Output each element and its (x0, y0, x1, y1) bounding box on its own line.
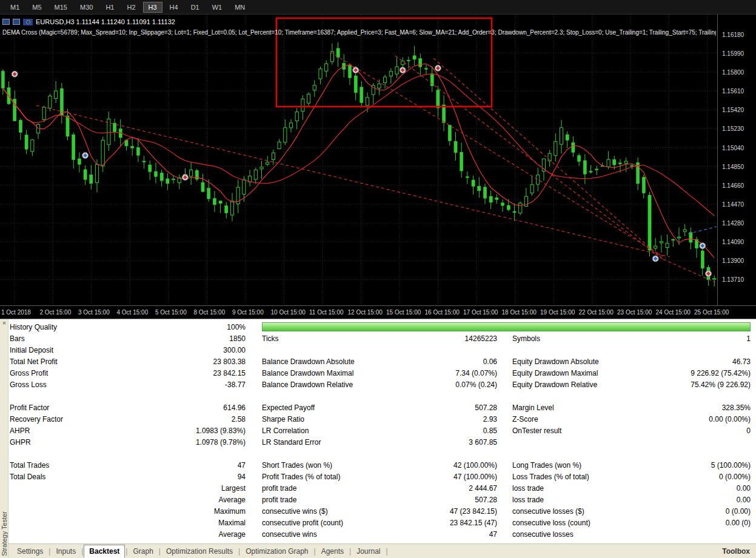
candle-body (266, 162, 269, 164)
tab-settings[interactable]: Settings (12, 545, 48, 557)
tab-journal[interactable]: Journal (352, 545, 385, 557)
candle-body (166, 179, 169, 184)
time-axis-label: 18 Oct 15:00 (502, 309, 537, 316)
trendline[interactable] (330, 52, 666, 258)
chart-area[interactable]: EURUSD,H3 1.11144 1.11240 1.11091 1.1113… (0, 15, 717, 305)
candle-body (578, 156, 581, 162)
candle-body (466, 177, 469, 178)
candle-body (84, 170, 87, 179)
price-axis-label: 1.14470 (722, 201, 744, 208)
timeframe-button-h2[interactable]: H2 (121, 2, 141, 13)
timeframe-button-m15[interactable]: M15 (49, 2, 73, 13)
candle-body (260, 167, 263, 169)
time-scale[interactable]: 1 Oct 20182 Oct 15:003 Oct 15:004 Oct 15… (0, 305, 756, 319)
metric-label: Equity Drawdown Absolute (512, 357, 634, 366)
timeframe-button-w1[interactable]: W1 (207, 2, 228, 13)
metric-value: 23 842.15 (124, 369, 246, 377)
metric-label: Total Deals (8, 473, 124, 481)
metric-value: 0.85 (380, 427, 497, 435)
tab-graph[interactable]: Graph (128, 545, 158, 557)
candle-body (131, 147, 134, 148)
metric-label: Bars (8, 334, 124, 343)
tab-agents[interactable]: Agents (316, 545, 349, 557)
price-scale[interactable]: 1.161801.159901.158001.156101.154201.152… (717, 15, 756, 305)
metric-value: 94 (124, 473, 246, 481)
metric-label: Symbols (512, 334, 634, 343)
timeframe-button-h3[interactable]: H3 (143, 2, 162, 13)
metric-value: 614.96 (124, 404, 246, 412)
window-icon[interactable] (2, 19, 10, 25)
metric-label: Balance Drawdown Maximal (262, 369, 380, 377)
price-axis-label: 1.14280 (722, 220, 744, 227)
candle-body (677, 237, 680, 238)
results-row: Gross Profit23 842.15Balance Drawdown Ma… (8, 367, 756, 379)
toolbox-tabs: Settings|Inputs|Backtest|Graph|Optimizat… (12, 544, 389, 558)
results-row: Averageconsecutive wins47consecutive los… (8, 528, 756, 540)
results-row: History Quality100% (8, 321, 756, 333)
candle-body (437, 90, 440, 108)
candle-body (566, 135, 569, 140)
results-row: AHPR1.0983 (9.83%)LR Correlation0.85OnTe… (8, 425, 756, 436)
candle-body (689, 233, 692, 242)
timeframe-button-m5[interactable]: M5 (27, 2, 47, 13)
price-axis-label: 1.13710 (722, 276, 744, 283)
results-row: GHPR1.0978 (9.78%)LR Standard Error3 607… (8, 436, 756, 448)
candle-body (554, 142, 557, 156)
candle-body (149, 165, 152, 171)
candlestick-chart[interactable] (0, 15, 717, 305)
candle-body (519, 203, 522, 213)
toolbox-side-strip: × Strategy Tester (0, 319, 8, 558)
candle-body (583, 161, 586, 174)
results-row: Maximalconsecutive profit (count)23 842.… (8, 517, 756, 528)
candle-body (530, 185, 534, 193)
timeframe-button-h4[interactable]: H4 (164, 2, 184, 13)
metric-value: Average (124, 496, 246, 504)
tab-optimization-graph[interactable]: Optimization Graph (241, 545, 313, 557)
candle-body (230, 201, 233, 215)
window-icon-2[interactable] (13, 19, 20, 25)
metric-label: Gross Loss (8, 380, 124, 389)
candle-body (613, 159, 616, 165)
metric-label: Profit Trades (% of total) (262, 473, 380, 481)
price-axis-label: 1.14660 (722, 182, 744, 189)
tab-separator: | (349, 547, 351, 556)
tab-separator: | (386, 547, 387, 556)
metric-value: 0 (0.00%) (634, 473, 751, 481)
timeframe-button-m1[interactable]: M1 (5, 2, 25, 13)
candle-body (142, 161, 146, 162)
tab-optimization-results[interactable]: Optimization Results (161, 545, 238, 557)
candle-body (713, 279, 716, 280)
candle-body (454, 141, 457, 153)
timeframe-button-mn[interactable]: MN (229, 2, 250, 13)
timeframe-button-m30[interactable]: M30 (75, 2, 98, 13)
metric-label: Ticks (262, 334, 380, 343)
candle-body (42, 107, 45, 120)
metric-label: Equity Drawdown Relative (512, 380, 634, 389)
candle-body (49, 96, 52, 108)
candle-body (325, 64, 328, 71)
metric-value: Average (124, 530, 246, 539)
trendline[interactable] (36, 105, 670, 257)
close-toolbox-button[interactable]: × (1, 320, 8, 327)
candle-body (478, 186, 481, 191)
time-axis-label: 17 Oct 15:00 (463, 309, 498, 316)
tab-inputs[interactable]: Inputs (51, 545, 81, 557)
toolbox-caption: Toolbox (722, 547, 756, 556)
timeframe-button-d1[interactable]: D1 (186, 2, 205, 13)
metric-value: 47 (124, 461, 246, 470)
metric-value: 0 (634, 427, 751, 435)
metric-value: 0.00 (634, 484, 751, 493)
metric-value: -38.77 (124, 380, 246, 389)
candle-body (301, 99, 304, 111)
chart-title-text: EURUSD,H3 1.11144 1.11240 1.11091 1.1113… (36, 18, 175, 25)
trendline[interactable] (395, 56, 664, 261)
tab-separator: | (314, 547, 316, 556)
candle-body (272, 153, 275, 159)
candle-body (389, 71, 392, 76)
metric-value: 5 (100.00%) (634, 461, 751, 470)
tab-backtest[interactable]: Backtest (84, 545, 125, 558)
timeframe-button-h1[interactable]: H1 (100, 2, 119, 13)
metric-label: Equity Drawdown Maximal (512, 369, 634, 377)
metric-value: 1.0983 (9.83%) (124, 427, 246, 435)
candle-body (278, 142, 281, 148)
